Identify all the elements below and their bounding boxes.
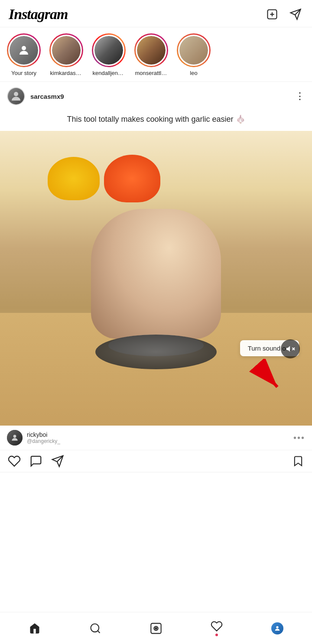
story-item-your-story[interactable]: Your story xyxy=(7,33,41,76)
reel-user-info: rickyboi @dangericky_ xyxy=(7,430,60,446)
post-more-options[interactable]: ⋮ xyxy=(295,91,305,102)
header-actions xyxy=(264,7,303,22)
story-ring xyxy=(177,33,211,67)
nav-notifications[interactable] xyxy=(205,617,229,640)
comment-button[interactable] xyxy=(29,455,42,468)
svg-marker-7 xyxy=(286,346,290,352)
nav-reels[interactable] xyxy=(144,619,168,638)
reel-avatar[interactable] xyxy=(7,430,23,446)
new-post-button[interactable] xyxy=(264,7,280,22)
story-ring xyxy=(134,33,168,67)
svg-point-19 xyxy=(155,628,157,629)
stories-bar: Your story kimkardashi... kendalljenner … xyxy=(0,27,312,82)
story-ring xyxy=(92,33,126,67)
direct-messages-button[interactable] xyxy=(288,7,303,22)
story-item-leo[interactable]: leo xyxy=(177,33,211,76)
reel-handle: @dangericky_ xyxy=(27,438,60,444)
reel-username: rickyboi xyxy=(27,431,60,438)
post-actions xyxy=(0,450,312,472)
story-label: leo xyxy=(190,70,197,76)
story-label: monserattlu... xyxy=(135,70,168,76)
svg-point-15 xyxy=(91,624,99,632)
red-arrow xyxy=(249,359,288,400)
story-ring xyxy=(49,33,83,67)
nav-profile[interactable] xyxy=(265,619,289,638)
notification-dot xyxy=(215,634,218,636)
post-actions-left xyxy=(8,455,64,468)
post-username[interactable]: sarcasmx9 xyxy=(30,93,64,100)
post-image-area: Turn sound on. xyxy=(0,131,312,426)
post-user-info: sarcasmx9 xyxy=(7,87,64,105)
post-user-avatar[interactable] xyxy=(7,87,25,105)
story-item-kendalljenner[interactable]: kendalljenner xyxy=(92,33,126,76)
story-label: kimkardashi... xyxy=(50,70,83,76)
nav-home[interactable] xyxy=(23,619,47,638)
story-label: kendalljenner xyxy=(93,70,125,76)
instagram-logo: Instagram xyxy=(9,6,68,23)
reel-more-options[interactable]: ••• xyxy=(293,433,305,443)
post-header: sarcasmx9 ⋮ xyxy=(0,82,312,111)
like-button[interactable] xyxy=(8,455,21,468)
story-ring xyxy=(7,33,41,67)
svg-point-12 xyxy=(13,435,16,438)
svg-line-16 xyxy=(98,631,100,633)
svg-point-20 xyxy=(276,626,278,628)
mute-button[interactable] xyxy=(281,339,300,358)
story-item-monserattlu[interactable]: monserattlu... xyxy=(134,33,168,76)
share-button[interactable] xyxy=(51,455,64,468)
post-caption: This tool totally makes cooking with gar… xyxy=(0,111,312,131)
bookmark-button[interactable] xyxy=(292,455,304,467)
story-item-kimkardashian[interactable]: kimkardashi... xyxy=(49,33,83,76)
svg-line-11 xyxy=(258,365,277,387)
nav-search[interactable] xyxy=(83,619,107,638)
bottom-nav xyxy=(0,612,312,644)
reel-attribution: rickyboi @dangericky_ ••• xyxy=(0,426,312,450)
svg-point-5 xyxy=(22,46,26,50)
svg-point-6 xyxy=(14,92,18,96)
post-container: sarcasmx9 ⋮ This tool totally makes cook… xyxy=(0,82,312,472)
story-label: Your story xyxy=(11,70,36,76)
app-header: Instagram xyxy=(0,0,312,27)
reel-user-names: rickyboi @dangericky_ xyxy=(27,431,60,444)
